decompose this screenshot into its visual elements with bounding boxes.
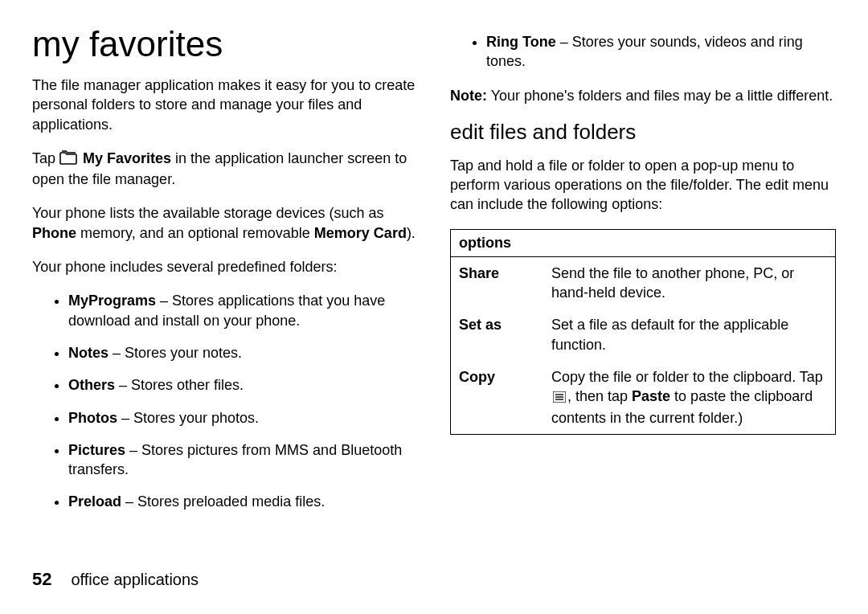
option-desc: Copy the file or folder to the clipboard…: [543, 361, 836, 434]
columns: my favorites The file manager applicatio…: [32, 24, 836, 526]
paste-label: Paste: [632, 388, 670, 404]
folders-list: MyPrograms – Stores applications that yo…: [32, 291, 418, 511]
edit-paragraph: Tap and hold a file or folder to open a …: [450, 156, 836, 215]
page-footer: 52office applications: [32, 569, 199, 590]
page-title: my favorites: [32, 24, 418, 64]
folder-name: Pictures: [68, 442, 125, 458]
folder-name: Notes: [68, 345, 108, 361]
text: Your phone lists the available storage d…: [32, 205, 384, 221]
folder-name: Ring Tone: [486, 34, 556, 50]
tap-paragraph: Tap My Favorites in the application laun…: [32, 149, 418, 190]
list-item: Others – Stores other files.: [68, 375, 418, 395]
folder-name: Photos: [68, 410, 117, 426]
list-item: Ring Tone – Stores your sounds, videos a…: [486, 32, 836, 72]
folder-desc: – Stores preloaded media files.: [121, 493, 325, 510]
option-name: Copy: [451, 361, 544, 434]
text: Tap: [32, 150, 59, 166]
option-name: Set as: [451, 309, 544, 361]
intro-paragraph: The file manager application makes it ea…: [32, 76, 418, 134]
phone-label: Phone: [32, 225, 76, 241]
my-favorites-label: My Favorites: [83, 150, 171, 166]
table-row: Set as Set a file as default for the app…: [451, 309, 836, 361]
text: , then tap: [567, 388, 632, 404]
text: ).: [407, 225, 416, 241]
left-column: my favorites The file manager applicatio…: [32, 24, 418, 526]
folder-name: Preload: [68, 493, 121, 510]
option-desc: Set a file as default for the applicable…: [543, 309, 836, 361]
text: memory, and an optional removable: [76, 225, 314, 241]
predefined-paragraph: Your phone includes several predefined f…: [32, 257, 418, 276]
subheading: edit files and folders: [450, 120, 836, 145]
memory-card-label: Memory Card: [314, 225, 407, 241]
page-number: 52: [32, 569, 51, 589]
folders-list-continued: Ring Tone – Stores your sounds, videos a…: [450, 32, 836, 72]
list-item: Photos – Stores your photos.: [68, 408, 418, 428]
right-column: Ring Tone – Stores your sounds, videos a…: [450, 24, 836, 526]
table-row: Share Send the file to another phone, PC…: [451, 256, 836, 309]
folder-desc: – Stores other files.: [115, 377, 244, 393]
manual-page: my favorites The file manager applicatio…: [0, 0, 868, 614]
menu-icon: [553, 388, 566, 407]
list-item: Preload – Stores preloaded media files.: [68, 492, 418, 511]
storage-paragraph: Your phone lists the available storage d…: [32, 203, 418, 243]
note-paragraph: Note: Your phone's folders and files may…: [450, 86, 836, 105]
option-desc: Send the file to another phone, PC, or h…: [543, 256, 836, 309]
text: Copy the file or folder to the clipboard…: [551, 369, 823, 385]
folder-name: Others: [68, 377, 115, 393]
folder-desc: – Stores your notes.: [108, 345, 242, 361]
note-label: Note:: [450, 88, 487, 104]
folder-name: MyPrograms: [68, 293, 156, 309]
table-header: options: [451, 229, 836, 256]
option-name: Share: [451, 256, 544, 309]
list-item: MyPrograms – Stores applications that yo…: [68, 291, 418, 330]
section-name: office applications: [71, 571, 199, 588]
options-table: options Share Send the file to another p…: [450, 229, 836, 435]
folder-desc: – Stores your photos.: [117, 410, 259, 426]
note-body: Your phone's folders and files may be a …: [487, 88, 833, 104]
list-item: Notes – Stores your notes.: [68, 343, 418, 362]
table-row: Copy Copy the file or folder to the clip…: [451, 361, 836, 434]
favorites-icon: [59, 150, 77, 170]
list-item: Pictures – Stores pictures from MMS and …: [68, 440, 418, 480]
